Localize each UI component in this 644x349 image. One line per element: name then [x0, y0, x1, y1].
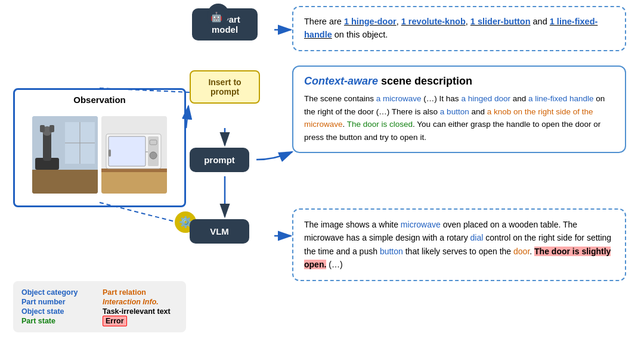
observation-label: Observation [73, 95, 126, 105]
context-title-colored: Context-aware [304, 75, 378, 87]
legend-object-state: Object state [21, 307, 97, 316]
context-aware-box: Context-aware scene description The scen… [292, 66, 626, 153]
vlm-door: door [513, 247, 530, 256]
insert-to-prompt-label: Insert to prompt [208, 77, 241, 96]
legend-box: Object category Part relation Part numbe… [13, 281, 186, 332]
robot-image [32, 116, 98, 194]
context-body: The scene contains a microwave (…) It ha… [304, 92, 614, 144]
vlm-highlight: The door is slightly open. [304, 247, 611, 269]
legend-part-state: Part state [21, 317, 97, 325]
prompt-box: prompt [190, 148, 249, 172]
context-title-rest: scene description [378, 75, 472, 87]
legend-interaction-info: Interaction Info. [103, 298, 178, 306]
gapart-output-text: There are 1 hinge-door, 1 revolute-knob,… [304, 17, 597, 39]
svg-rect-15 [109, 149, 111, 157]
legend-part-number: Part number [21, 298, 97, 306]
svg-point-17 [150, 152, 157, 159]
observation-box: Observation [13, 88, 186, 207]
vlm-button: button [380, 247, 403, 256]
vlm-box: VLM [190, 219, 249, 244]
context-microwave: a microwave [376, 94, 422, 103]
context-door-closed: The door is closed [347, 120, 413, 129]
context-button: a button [440, 107, 469, 116]
vlm-output-text: The image shows a white microwave oven p… [304, 220, 611, 269]
svg-rect-11 [101, 170, 167, 194]
legend-error: Error [103, 317, 178, 325]
svg-rect-6 [49, 125, 54, 132]
legend-task-irrelevant: Task-irrelevant text [103, 307, 178, 316]
observation-images [32, 108, 167, 201]
svg-rect-0 [32, 170, 98, 194]
svg-rect-18 [150, 140, 157, 145]
vlm-dial: dial [470, 233, 484, 242]
insert-to-prompt-box: Insert to prompt [190, 70, 260, 104]
svg-line-23 [186, 106, 188, 128]
legend-object-category: Object category [21, 288, 97, 297]
vlm-microwave: microwave [401, 220, 441, 229]
svg-rect-14 [109, 136, 145, 166]
microwave-image [101, 116, 167, 194]
legend-grid: Object category Part relation Part numbe… [21, 288, 178, 325]
vlm-output-box: The image shows a white microwave oven p… [292, 208, 626, 281]
context-handle: a line-fixed handle [528, 94, 594, 103]
gapart-output-box: There are 1 hinge-door, 1 revolute-knob,… [292, 6, 626, 51]
prompt-label: prompt [204, 155, 235, 165]
svg-rect-12 [101, 169, 167, 172]
legend-part-relation: Part relation [103, 288, 178, 297]
vlm-label: VLM [210, 226, 229, 236]
svg-rect-5 [40, 125, 45, 132]
context-title: Context-aware scene description [304, 75, 614, 88]
robot-icon: 🤖 [208, 4, 229, 25]
context-hinged-door: a hinged door [461, 94, 510, 103]
